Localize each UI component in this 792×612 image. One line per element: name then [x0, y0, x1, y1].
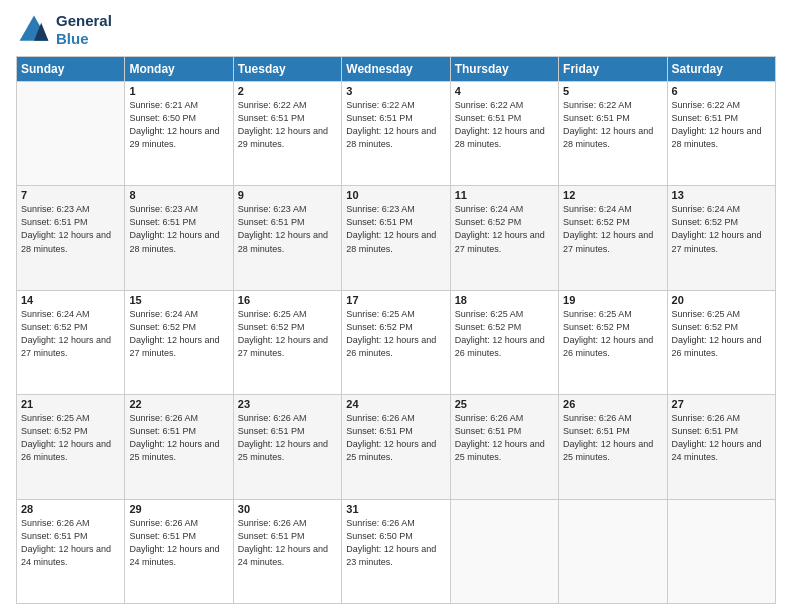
logo-text: General Blue [56, 12, 112, 48]
day-info: Sunrise: 6:26 AM Sunset: 6:51 PM Dayligh… [455, 412, 554, 464]
calendar-cell: 19Sunrise: 6:25 AM Sunset: 6:52 PM Dayli… [559, 290, 667, 394]
calendar-cell: 29Sunrise: 6:26 AM Sunset: 6:51 PM Dayli… [125, 499, 233, 603]
day-info: Sunrise: 6:26 AM Sunset: 6:51 PM Dayligh… [672, 412, 771, 464]
day-info: Sunrise: 6:26 AM Sunset: 6:51 PM Dayligh… [563, 412, 662, 464]
day-number: 11 [455, 189, 554, 201]
calendar-cell: 30Sunrise: 6:26 AM Sunset: 6:51 PM Dayli… [233, 499, 341, 603]
calendar-cell: 26Sunrise: 6:26 AM Sunset: 6:51 PM Dayli… [559, 395, 667, 499]
day-number: 16 [238, 294, 337, 306]
calendar-cell [559, 499, 667, 603]
calendar-cell: 20Sunrise: 6:25 AM Sunset: 6:52 PM Dayli… [667, 290, 775, 394]
day-info: Sunrise: 6:26 AM Sunset: 6:51 PM Dayligh… [21, 517, 120, 569]
day-info: Sunrise: 6:23 AM Sunset: 6:51 PM Dayligh… [238, 203, 337, 255]
calendar-cell: 6Sunrise: 6:22 AM Sunset: 6:51 PM Daylig… [667, 82, 775, 186]
calendar-cell: 12Sunrise: 6:24 AM Sunset: 6:52 PM Dayli… [559, 186, 667, 290]
day-number: 3 [346, 85, 445, 97]
day-info: Sunrise: 6:26 AM Sunset: 6:51 PM Dayligh… [129, 517, 228, 569]
calendar-week-row: 7Sunrise: 6:23 AM Sunset: 6:51 PM Daylig… [17, 186, 776, 290]
day-number: 24 [346, 398, 445, 410]
calendar-cell: 11Sunrise: 6:24 AM Sunset: 6:52 PM Dayli… [450, 186, 558, 290]
day-header-thursday: Thursday [450, 57, 558, 82]
calendar-cell [17, 82, 125, 186]
day-info: Sunrise: 6:23 AM Sunset: 6:51 PM Dayligh… [21, 203, 120, 255]
day-header-saturday: Saturday [667, 57, 775, 82]
calendar-week-row: 1Sunrise: 6:21 AM Sunset: 6:50 PM Daylig… [17, 82, 776, 186]
day-header-tuesday: Tuesday [233, 57, 341, 82]
day-number: 21 [21, 398, 120, 410]
day-number: 18 [455, 294, 554, 306]
day-number: 30 [238, 503, 337, 515]
day-number: 5 [563, 85, 662, 97]
header: General Blue [16, 12, 776, 48]
day-info: Sunrise: 6:22 AM Sunset: 6:51 PM Dayligh… [563, 99, 662, 151]
day-number: 27 [672, 398, 771, 410]
calendar-cell: 3Sunrise: 6:22 AM Sunset: 6:51 PM Daylig… [342, 82, 450, 186]
day-number: 9 [238, 189, 337, 201]
day-header-monday: Monday [125, 57, 233, 82]
calendar-week-row: 14Sunrise: 6:24 AM Sunset: 6:52 PM Dayli… [17, 290, 776, 394]
calendar-header-row: SundayMondayTuesdayWednesdayThursdayFrid… [17, 57, 776, 82]
day-number: 31 [346, 503, 445, 515]
day-number: 6 [672, 85, 771, 97]
day-info: Sunrise: 6:24 AM Sunset: 6:52 PM Dayligh… [672, 203, 771, 255]
day-info: Sunrise: 6:22 AM Sunset: 6:51 PM Dayligh… [672, 99, 771, 151]
calendar-cell: 16Sunrise: 6:25 AM Sunset: 6:52 PM Dayli… [233, 290, 341, 394]
day-info: Sunrise: 6:25 AM Sunset: 6:52 PM Dayligh… [346, 308, 445, 360]
day-info: Sunrise: 6:26 AM Sunset: 6:51 PM Dayligh… [346, 412, 445, 464]
day-info: Sunrise: 6:25 AM Sunset: 6:52 PM Dayligh… [238, 308, 337, 360]
day-number: 2 [238, 85, 337, 97]
day-info: Sunrise: 6:25 AM Sunset: 6:52 PM Dayligh… [455, 308, 554, 360]
day-number: 7 [21, 189, 120, 201]
day-info: Sunrise: 6:23 AM Sunset: 6:51 PM Dayligh… [129, 203, 228, 255]
calendar-cell: 8Sunrise: 6:23 AM Sunset: 6:51 PM Daylig… [125, 186, 233, 290]
day-number: 4 [455, 85, 554, 97]
day-number: 8 [129, 189, 228, 201]
calendar-cell: 21Sunrise: 6:25 AM Sunset: 6:52 PM Dayli… [17, 395, 125, 499]
day-info: Sunrise: 6:24 AM Sunset: 6:52 PM Dayligh… [455, 203, 554, 255]
day-number: 19 [563, 294, 662, 306]
calendar-cell: 22Sunrise: 6:26 AM Sunset: 6:51 PM Dayli… [125, 395, 233, 499]
calendar-cell: 17Sunrise: 6:25 AM Sunset: 6:52 PM Dayli… [342, 290, 450, 394]
calendar-cell: 5Sunrise: 6:22 AM Sunset: 6:51 PM Daylig… [559, 82, 667, 186]
day-number: 26 [563, 398, 662, 410]
day-number: 14 [21, 294, 120, 306]
day-info: Sunrise: 6:26 AM Sunset: 6:51 PM Dayligh… [129, 412, 228, 464]
day-info: Sunrise: 6:22 AM Sunset: 6:51 PM Dayligh… [346, 99, 445, 151]
day-info: Sunrise: 6:23 AM Sunset: 6:51 PM Dayligh… [346, 203, 445, 255]
day-header-sunday: Sunday [17, 57, 125, 82]
day-info: Sunrise: 6:24 AM Sunset: 6:52 PM Dayligh… [129, 308, 228, 360]
calendar-cell: 13Sunrise: 6:24 AM Sunset: 6:52 PM Dayli… [667, 186, 775, 290]
day-info: Sunrise: 6:21 AM Sunset: 6:50 PM Dayligh… [129, 99, 228, 151]
day-number: 28 [21, 503, 120, 515]
day-number: 20 [672, 294, 771, 306]
calendar-cell: 15Sunrise: 6:24 AM Sunset: 6:52 PM Dayli… [125, 290, 233, 394]
day-info: Sunrise: 6:24 AM Sunset: 6:52 PM Dayligh… [563, 203, 662, 255]
calendar-cell: 9Sunrise: 6:23 AM Sunset: 6:51 PM Daylig… [233, 186, 341, 290]
calendar-cell: 18Sunrise: 6:25 AM Sunset: 6:52 PM Dayli… [450, 290, 558, 394]
day-number: 29 [129, 503, 228, 515]
calendar-cell: 25Sunrise: 6:26 AM Sunset: 6:51 PM Dayli… [450, 395, 558, 499]
day-number: 25 [455, 398, 554, 410]
calendar-cell: 24Sunrise: 6:26 AM Sunset: 6:51 PM Dayli… [342, 395, 450, 499]
day-number: 17 [346, 294, 445, 306]
day-number: 13 [672, 189, 771, 201]
calendar-cell: 23Sunrise: 6:26 AM Sunset: 6:51 PM Dayli… [233, 395, 341, 499]
day-info: Sunrise: 6:26 AM Sunset: 6:50 PM Dayligh… [346, 517, 445, 569]
calendar-cell: 31Sunrise: 6:26 AM Sunset: 6:50 PM Dayli… [342, 499, 450, 603]
day-number: 12 [563, 189, 662, 201]
calendar-cell [667, 499, 775, 603]
calendar-cell: 4Sunrise: 6:22 AM Sunset: 6:51 PM Daylig… [450, 82, 558, 186]
day-info: Sunrise: 6:22 AM Sunset: 6:51 PM Dayligh… [238, 99, 337, 151]
day-number: 10 [346, 189, 445, 201]
day-info: Sunrise: 6:26 AM Sunset: 6:51 PM Dayligh… [238, 412, 337, 464]
calendar-cell: 1Sunrise: 6:21 AM Sunset: 6:50 PM Daylig… [125, 82, 233, 186]
day-number: 22 [129, 398, 228, 410]
calendar-week-row: 21Sunrise: 6:25 AM Sunset: 6:52 PM Dayli… [17, 395, 776, 499]
logo-icon [16, 12, 52, 48]
day-info: Sunrise: 6:24 AM Sunset: 6:52 PM Dayligh… [21, 308, 120, 360]
day-info: Sunrise: 6:26 AM Sunset: 6:51 PM Dayligh… [238, 517, 337, 569]
calendar-cell: 10Sunrise: 6:23 AM Sunset: 6:51 PM Dayli… [342, 186, 450, 290]
calendar-week-row: 28Sunrise: 6:26 AM Sunset: 6:51 PM Dayli… [17, 499, 776, 603]
calendar-cell [450, 499, 558, 603]
day-info: Sunrise: 6:25 AM Sunset: 6:52 PM Dayligh… [563, 308, 662, 360]
